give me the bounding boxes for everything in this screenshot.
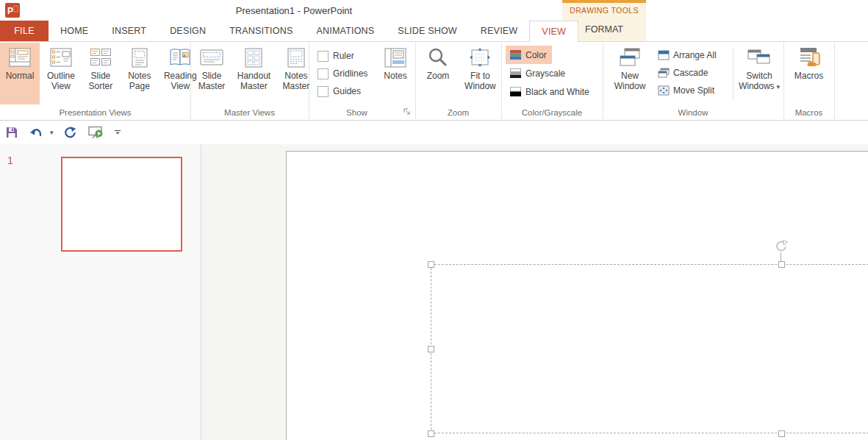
rotation-handle-stem (781, 252, 781, 262)
reading-view-icon (169, 46, 191, 68)
fit-to-window-icon (469, 46, 491, 68)
button-label: Arrange All (673, 50, 717, 60)
resize-handle-top-left[interactable] (428, 261, 434, 268)
button-label: Master (240, 81, 268, 91)
slide-number: 1 (7, 155, 13, 166)
normal-view-button[interactable]: Normal (0, 43, 40, 104)
button-label: Notes (128, 71, 151, 81)
button-label: Notes (284, 71, 307, 81)
contextual-accent-bar (562, 0, 646, 3)
tab-review[interactable]: REVIEW (469, 21, 530, 41)
resize-handle-top-center[interactable] (778, 261, 785, 268)
button-label: Switch (746, 71, 772, 81)
group-inner-divider (733, 48, 734, 101)
redo-button[interactable] (64, 127, 76, 139)
gridlines-checkbox-row[interactable]: Gridlines (318, 65, 367, 82)
resize-handle-bottom-center[interactable] (778, 430, 785, 437)
ruler-checkbox-row[interactable]: Ruler (318, 47, 367, 65)
color-button[interactable]: Color (506, 46, 552, 64)
guides-label: Guides (333, 86, 361, 96)
group-caption: Color/Grayscale (501, 108, 603, 117)
title-bar: P Presentation1 - PowerPoint (0, 0, 868, 21)
start-slideshow-icon (88, 126, 104, 139)
macros-button[interactable]: Macros (787, 43, 831, 104)
move-split-button[interactable]: Move Split (656, 82, 717, 99)
rotation-handle-icon[interactable] (775, 240, 788, 253)
handout-master-button[interactable]: Handout Master (232, 43, 275, 104)
tab-view[interactable]: VIEW (529, 21, 578, 42)
tab-home[interactable]: HOME (49, 21, 100, 41)
normal-view-icon (9, 46, 31, 68)
tab-file[interactable]: FILE (0, 21, 49, 41)
zoom-icon (428, 46, 448, 68)
dropdown-caret-icon: ▾ (50, 129, 54, 136)
new-window-button[interactable]: New Window (609, 43, 651, 104)
switch-windows-icon (747, 46, 771, 68)
tab-insert[interactable]: INSERT (100, 21, 158, 41)
gridlines-checkbox[interactable] (318, 68, 329, 79)
guides-checkbox[interactable] (318, 86, 329, 97)
tab-animations[interactable]: ANIMATIONS (304, 21, 386, 41)
notes-master-icon (286, 46, 306, 68)
ruler-label: Ruler (333, 51, 354, 61)
button-label: Zoom (427, 71, 450, 81)
dialog-launcher-icon[interactable] (403, 107, 412, 116)
notes-icon (384, 46, 406, 68)
button-label: Master (198, 81, 226, 91)
button-label: Handout (237, 71, 270, 81)
group-window: New Window Arrange All (603, 42, 784, 119)
button-label: View (171, 81, 190, 91)
tab-transitions[interactable]: TRANSITIONS (218, 21, 304, 41)
switch-windows-button[interactable]: Switch Windows▾ (736, 43, 782, 104)
tab-slide-show[interactable]: SLIDE SHOW (386, 21, 469, 41)
button-label: Sorter (89, 81, 113, 91)
button-label: Grayscale (526, 68, 565, 79)
button-label: Move Split (673, 85, 714, 96)
group-macros: Macros Macros (783, 42, 835, 119)
ribbon-tab-row: FILE HOME INSERT DESIGN TRANSITIONS ANIM… (0, 21, 868, 42)
save-button[interactable] (6, 127, 18, 138)
black-and-white-icon (510, 87, 521, 96)
grayscale-button[interactable]: Grayscale (506, 64, 570, 82)
cascade-icon (658, 68, 670, 78)
group-caption: Master Views (190, 108, 309, 117)
customize-qat-icon (113, 128, 122, 137)
tab-design[interactable]: DESIGN (158, 21, 218, 41)
powerpoint-window: P Presentation1 - PowerPoint DRAWING TOO… (0, 0, 868, 440)
start-from-beginning-button[interactable] (88, 126, 104, 139)
macros-icon (798, 46, 820, 68)
cascade-button[interactable]: Cascade (656, 64, 717, 82)
outline-view-button[interactable]: Outline View (43, 43, 79, 104)
black-and-white-button[interactable]: Black and White (506, 82, 595, 101)
fit-to-window-button[interactable]: Fit to Window (459, 43, 501, 104)
slide-thumbnail[interactable] (61, 157, 182, 252)
notes-page-button[interactable]: Notes Page (122, 43, 157, 104)
ruler-checkbox[interactable] (318, 51, 329, 62)
button-label: Window (465, 81, 496, 91)
undo-button[interactable] (29, 127, 43, 138)
undo-icon (29, 127, 43, 138)
group-presentation-views: Normal (0, 42, 191, 119)
resize-handle-middle-left[interactable] (428, 346, 434, 352)
slide-sorter-button[interactable]: Slide Sorter (82, 43, 119, 104)
quick-access-toolbar: ▾ (0, 121, 868, 144)
slide-canvas[interactable] (286, 151, 868, 440)
guides-checkbox-row[interactable]: Guides (318, 82, 367, 100)
button-label: Fit to (470, 71, 490, 81)
zoom-button[interactable]: Zoom (420, 43, 456, 104)
button-label: Slide (91, 71, 111, 81)
undo-dropdown[interactable]: ▾ (48, 129, 54, 136)
button-label: Cascade (673, 68, 708, 78)
resize-handle-bottom-left[interactable] (428, 430, 434, 437)
slide-master-button[interactable]: Slide Master (194, 43, 229, 104)
customize-qat-button[interactable] (113, 128, 122, 137)
group-caption: Zoom (415, 108, 501, 117)
button-label: New (621, 71, 639, 81)
arrange-all-button[interactable]: Arrange All (656, 46, 717, 64)
button-label: Normal (6, 71, 35, 81)
text-placeholder[interactable] (431, 264, 868, 433)
button-label: Master (283, 81, 310, 91)
button-label: Macros (795, 71, 823, 81)
group-show: Ruler Gridlines Guides (309, 42, 416, 119)
notes-button[interactable]: Notes (379, 43, 412, 104)
